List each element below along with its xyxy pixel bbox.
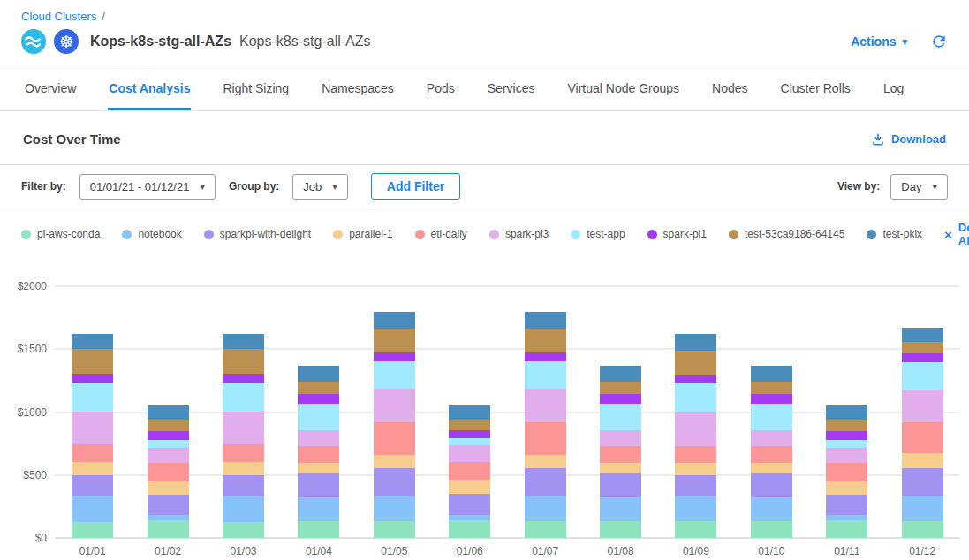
- bar-segment-etl-daily[interactable]: [600, 446, 641, 463]
- bar-segment-test-53ca9186-64145[interactable]: [374, 329, 415, 352]
- legend-item-pi-aws-conda[interactable]: pi-aws-conda: [21, 228, 100, 240]
- bar-segment-test-53ca9186-64145[interactable]: [449, 420, 490, 430]
- bar-segment-pi-aws-conda[interactable]: [826, 520, 867, 538]
- breadcrumb-link-cloud-clusters[interactable]: Cloud Clusters: [21, 10, 96, 23]
- bar-segment-test-pkix[interactable]: [675, 334, 716, 351]
- bar-segment-notebook[interactable]: [675, 496, 716, 522]
- bar-segment-etl-daily[interactable]: [223, 444, 264, 462]
- bar-segment-sparkpi-with-delight[interactable]: [600, 473, 641, 496]
- tab-virtual-node-groups[interactable]: Virtual Node Groups: [566, 64, 680, 110]
- bar-segment-etl-daily[interactable]: [374, 422, 415, 455]
- bar-segment-test-pkix[interactable]: [72, 334, 113, 349]
- bar-segment-test-pkix[interactable]: [525, 312, 566, 329]
- bar-segment-parallel-1[interactable]: [449, 480, 490, 494]
- bar-segment-spark-pi3[interactable]: [525, 389, 566, 422]
- bar-segment-test-53ca9186-64145[interactable]: [223, 349, 264, 374]
- bar-segment-sparkpi-with-delight[interactable]: [223, 475, 264, 496]
- deselect-all-button[interactable]: ×Deselect All: [944, 221, 969, 247]
- bar-segment-parallel-1[interactable]: [751, 463, 792, 474]
- bar-segment-etl-daily[interactable]: [751, 446, 792, 463]
- bar-segment-etl-daily[interactable]: [72, 444, 113, 462]
- bar-segment-spark-pi1[interactable]: [374, 352, 415, 361]
- tab-right-sizing[interactable]: Right Sizing: [222, 64, 290, 110]
- bar-segment-test-pkix[interactable]: [449, 405, 490, 420]
- bar-segment-notebook[interactable]: [525, 496, 566, 522]
- view-by-select[interactable]: Day ▾: [890, 174, 948, 200]
- legend-item-spark-pi3[interactable]: spark-pi3: [489, 228, 549, 240]
- bar-segment-test-53ca9186-64145[interactable]: [751, 382, 792, 394]
- bar-segment-test-app[interactable]: [826, 440, 867, 448]
- bar-segment-test-app[interactable]: [525, 361, 566, 389]
- bar-segment-pi-aws-conda[interactable]: [148, 520, 189, 538]
- legend-item-sparkpi-with-delight[interactable]: sparkpi-with-delight: [204, 228, 311, 240]
- bar-segment-notebook[interactable]: [374, 496, 415, 522]
- legend-item-test-pkix[interactable]: test-pkix: [867, 228, 922, 240]
- bar-segment-spark-pi1[interactable]: [298, 394, 339, 404]
- bar-segment-test-app[interactable]: [223, 383, 264, 412]
- date-range-select[interactable]: 01/01/21 - 01/12/21 ▾: [79, 174, 216, 200]
- legend-item-test-app[interactable]: test-app: [571, 228, 625, 240]
- bar-segment-spark-pi1[interactable]: [72, 374, 113, 383]
- bar-segment-spark-pi3[interactable]: [826, 448, 867, 462]
- bar-segment-spark-pi1[interactable]: [449, 430, 490, 439]
- bar-segment-test-53ca9186-64145[interactable]: [600, 382, 641, 394]
- bar-segment-spark-pi3[interactable]: [148, 448, 189, 462]
- bar-segment-notebook[interactable]: [223, 496, 264, 522]
- bar-segment-etl-daily[interactable]: [449, 462, 490, 481]
- bar-segment-spark-pi1[interactable]: [600, 394, 641, 404]
- bar-segment-sparkpi-with-delight[interactable]: [298, 473, 339, 496]
- bar-segment-parallel-1[interactable]: [525, 455, 566, 468]
- bar-segment-test-app[interactable]: [449, 438, 490, 444]
- bar-segment-test-53ca9186-64145[interactable]: [826, 420, 867, 431]
- bar-segment-notebook[interactable]: [298, 497, 339, 522]
- bar-segment-sparkpi-with-delight[interactable]: [675, 475, 716, 496]
- bar-segment-pi-aws-conda[interactable]: [675, 521, 716, 538]
- bar-segment-notebook[interactable]: [72, 496, 113, 522]
- bar-segment-parallel-1[interactable]: [826, 481, 867, 495]
- bar-segment-sparkpi-with-delight[interactable]: [525, 468, 566, 496]
- bar-segment-spark-pi1[interactable]: [223, 374, 264, 383]
- bar-segment-spark-pi1[interactable]: [902, 353, 943, 361]
- bar-segment-test-app[interactable]: [72, 383, 113, 412]
- bar-segment-pi-aws-conda[interactable]: [525, 521, 566, 538]
- bar-segment-spark-pi1[interactable]: [148, 431, 189, 440]
- bar-segment-spark-pi1[interactable]: [675, 375, 716, 383]
- bar-segment-test-53ca9186-64145[interactable]: [72, 349, 113, 374]
- bar-segment-spark-pi3[interactable]: [374, 389, 415, 422]
- bar-segment-test-pkix[interactable]: [298, 366, 339, 382]
- bar-segment-test-app[interactable]: [374, 361, 415, 389]
- bar-segment-test-app[interactable]: [298, 404, 339, 431]
- bar-segment-spark-pi3[interactable]: [449, 445, 490, 462]
- bar-segment-notebook[interactable]: [600, 497, 641, 522]
- bar-segment-test-53ca9186-64145[interactable]: [148, 420, 189, 431]
- bar-segment-spark-pi3[interactable]: [600, 430, 641, 446]
- bar-segment-test-53ca9186-64145[interactable]: [675, 351, 716, 375]
- tab-cluster-rolls[interactable]: Cluster Rolls: [780, 64, 852, 110]
- bar-segment-spark-pi3[interactable]: [675, 412, 716, 446]
- tab-overview[interactable]: Overview: [24, 64, 77, 110]
- bar-segment-notebook[interactable]: [902, 496, 943, 522]
- bar-segment-spark-pi1[interactable]: [751, 394, 792, 404]
- tab-services[interactable]: Services: [487, 64, 536, 110]
- bar-segment-test-pkix[interactable]: [826, 405, 867, 420]
- bar-segment-test-pkix[interactable]: [223, 334, 264, 349]
- bar-segment-sparkpi-with-delight[interactable]: [751, 473, 792, 496]
- bar-segment-parallel-1[interactable]: [223, 462, 264, 475]
- bar-segment-spark-pi3[interactable]: [223, 412, 264, 444]
- tab-pods[interactable]: Pods: [426, 64, 456, 110]
- tab-nodes[interactable]: Nodes: [711, 64, 748, 110]
- bar-segment-spark-pi3[interactable]: [298, 430, 339, 446]
- bar-segment-parallel-1[interactable]: [148, 481, 189, 495]
- bar-segment-test-pkix[interactable]: [751, 366, 792, 382]
- bar-segment-test-app[interactable]: [675, 383, 716, 412]
- bar-segment-etl-daily[interactable]: [902, 422, 943, 453]
- legend-item-parallel-1[interactable]: parallel-1: [333, 228, 392, 240]
- bar-segment-etl-daily[interactable]: [826, 463, 867, 481]
- bar-segment-notebook[interactable]: [751, 497, 792, 522]
- tab-cost-analysis[interactable]: Cost Analysis: [108, 64, 191, 110]
- bar-segment-test-53ca9186-64145[interactable]: [902, 342, 943, 354]
- bar-segment-test-pkix[interactable]: [148, 405, 189, 420]
- legend-item-etl-daily[interactable]: etl-daily: [415, 228, 467, 240]
- bar-segment-parallel-1[interactable]: [902, 453, 943, 468]
- bar-segment-parallel-1[interactable]: [374, 455, 415, 468]
